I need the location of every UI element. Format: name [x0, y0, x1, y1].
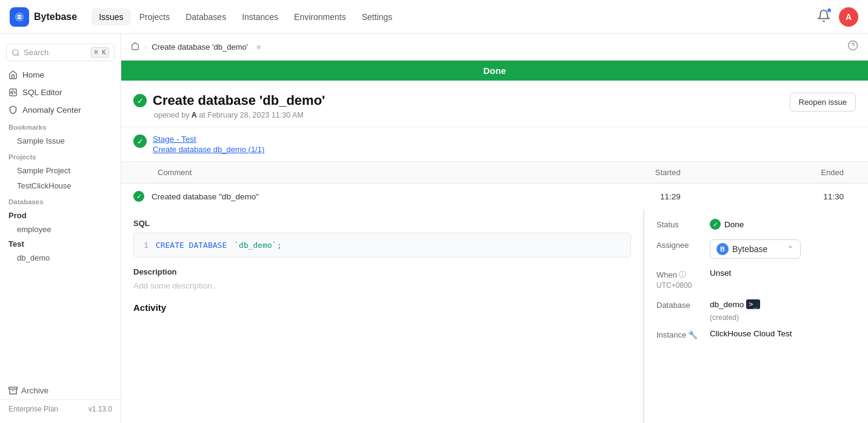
- bottom-section: SQL 1 CREATE DATABASE `db_demo`; Descrip…: [121, 209, 868, 423]
- status-value: ✓ Done: [710, 219, 744, 230]
- top-nav: Bytebase Issues Projects Databases Insta…: [0, 0, 868, 34]
- notification-dot: [827, 8, 832, 13]
- content-body: ✓ Create database 'db_demo' opened by A …: [121, 81, 868, 423]
- nav-environments[interactable]: Environments: [287, 8, 353, 25]
- search-label: Search: [24, 48, 48, 57]
- when-label: When ⓘ UTC+0800: [656, 270, 705, 290]
- sidebar-item-sample-issue[interactable]: Sample Issue: [0, 133, 121, 148]
- nav-instances[interactable]: Instances: [235, 8, 285, 25]
- database-name: db_demo: [710, 300, 744, 309]
- detail-database-row: Database db_demo >_: [656, 299, 856, 310]
- stage-sub-link[interactable]: Create database db_demo (1/1): [153, 145, 264, 154]
- detail-status-row: Status ✓ Done: [656, 219, 856, 230]
- sql-identifier: `db_demo`;: [234, 241, 281, 250]
- when-value: Unset: [710, 268, 731, 278]
- sidebar-footer: Enterprise Plan v1.13.0: [0, 399, 121, 418]
- svg-point-1: [13, 49, 18, 55]
- db-group-prod: Prod: [0, 208, 121, 222]
- breadcrumb-current: Create database 'db_demo': [152, 42, 248, 52]
- status-done-icon: ✓: [710, 219, 721, 230]
- breadcrumb-star-icon[interactable]: ★: [255, 42, 262, 52]
- issue-status-icon: ✓: [133, 94, 147, 107]
- status-text: Done: [724, 220, 744, 229]
- task-table: Comment Started Ended ✓ Created database…: [121, 162, 868, 209]
- plan-label: Enterprise Plan: [8, 405, 58, 413]
- issue-author-link[interactable]: A: [192, 111, 197, 119]
- when-label-text: When: [656, 270, 677, 279]
- sidebar-item-testclickhouse[interactable]: TestClickHouse: [0, 178, 121, 193]
- search-input[interactable]: Search ⌘ K: [6, 44, 115, 61]
- breadcrumb-help-icon[interactable]: [847, 40, 858, 54]
- issue-date: February 28, 2023 11:30 AM: [207, 111, 303, 119]
- breadcrumb-separator: ›: [144, 42, 147, 52]
- database-status-text: (created): [710, 313, 739, 322]
- assignee-name: Bytebase: [732, 244, 767, 254]
- assignee-chevron-icon: ⌃: [787, 244, 794, 254]
- bookmarks-section-header: Bookmarks: [0, 119, 121, 133]
- assignee-avatar: B: [716, 243, 729, 255]
- anomaly-center-label: Anomaly Center: [22, 105, 81, 115]
- logo-text: Bytebase: [34, 12, 77, 22]
- sidebar-item-anomaly-center[interactable]: Anomaly Center: [0, 101, 121, 119]
- details-panel: Status ✓ Done Assignee B Bytebase: [644, 209, 868, 423]
- task-started-cell: 11:29: [534, 184, 704, 210]
- done-banner: Done: [121, 61, 868, 81]
- search-shortcut: ⌘ K: [91, 47, 109, 58]
- task-status-icon: ✓: [133, 191, 144, 202]
- stage-name-link[interactable]: Stage - Test: [153, 135, 264, 144]
- sql-line: 1 CREATE DATABASE `db_demo`;: [144, 241, 621, 250]
- assignee-selector[interactable]: B Bytebase ⌃: [710, 239, 801, 259]
- timezone-label: UTC+0800: [656, 281, 705, 290]
- sql-line-number: 1: [144, 241, 149, 250]
- home-label: Home: [22, 70, 44, 79]
- task-comment-text: Created database "db_demo": [152, 192, 259, 201]
- sidebar-item-sample-project[interactable]: Sample Project: [0, 163, 121, 178]
- task-comment-cell: ✓ Created database "db_demo": [121, 184, 534, 209]
- sidebar: Search ⌘ K Home SQL Editor Anomaly Cente…: [0, 34, 121, 423]
- detail-assignee-row: Assignee B Bytebase ⌃: [656, 239, 856, 259]
- task-ended-cell: 11:30: [705, 184, 868, 210]
- instance-value: ClickHouse Cloud Test: [710, 329, 792, 338]
- stage-status-icon: ✓: [133, 135, 147, 148]
- projects-section-header: Projects: [0, 148, 121, 163]
- instance-icon: 🔧: [688, 330, 698, 339]
- database-status: (created): [710, 312, 856, 322]
- database-value: db_demo >_: [710, 299, 760, 309]
- description-input[interactable]: Add some description...: [133, 281, 631, 290]
- detail-instance-row: Instance 🔧 ClickHouse Cloud Test: [656, 329, 856, 339]
- reopen-issue-button[interactable]: Reopen issue: [790, 93, 856, 112]
- database-terminal-icon: >_: [746, 299, 760, 309]
- when-info-icon: ⓘ: [679, 270, 686, 280]
- table-row: ✓ Created database "db_demo" 11:29 11:30: [121, 184, 868, 210]
- notification-bell[interactable]: [813, 5, 834, 28]
- instance-label: Instance 🔧: [656, 330, 705, 339]
- main-layout: Search ⌘ K Home SQL Editor Anomaly Cente…: [0, 34, 868, 423]
- version-label: v1.13.0: [88, 405, 112, 413]
- database-label: Database: [656, 301, 705, 310]
- activity-label: Activity: [133, 302, 631, 313]
- sidebar-item-db-demo[interactable]: db_demo: [0, 251, 121, 265]
- detail-when-row: When ⓘ UTC+0800 Unset: [656, 268, 856, 290]
- nav-databases[interactable]: Databases: [178, 8, 233, 25]
- svg-rect-3: [9, 387, 18, 389]
- user-avatar[interactable]: A: [839, 7, 858, 27]
- sql-label: SQL: [133, 219, 631, 228]
- stage-info: Stage - Test Create database db_demo (1/…: [153, 135, 264, 154]
- nav-issues[interactable]: Issues: [92, 8, 130, 25]
- sql-code-box: 1 CREATE DATABASE `db_demo`;: [133, 233, 631, 258]
- sidebar-item-home[interactable]: Home: [0, 66, 121, 84]
- sidebar-item-sql-editor[interactable]: SQL Editor: [0, 84, 121, 101]
- breadcrumb-home[interactable]: [131, 42, 139, 52]
- col-header-ended: Ended: [705, 162, 868, 184]
- nav-settings[interactable]: Settings: [355, 8, 400, 25]
- sidebar-item-archive[interactable]: Archive: [0, 382, 121, 399]
- database-link[interactable]: db_demo >_: [710, 299, 760, 309]
- breadcrumb: › Create database 'db_demo' ★: [121, 34, 868, 61]
- instance-label-text: Instance: [656, 330, 686, 339]
- logo: Bytebase: [10, 7, 77, 27]
- issue-meta: opened by A at February 28, 2023 11:30 A…: [154, 111, 325, 119]
- sidebar-item-employee[interactable]: employee: [0, 222, 121, 236]
- col-header-started: Started: [534, 162, 704, 184]
- logo-icon: [10, 7, 29, 27]
- nav-projects[interactable]: Projects: [132, 8, 178, 25]
